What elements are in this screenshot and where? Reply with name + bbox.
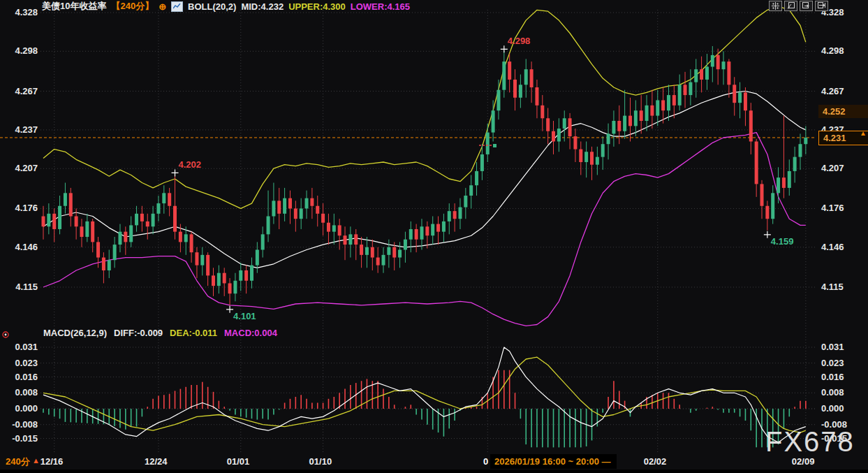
candle-body [85, 221, 89, 237]
candle-body [206, 255, 209, 276]
candle-body [782, 177, 786, 188]
interval-dropdown-icon[interactable]: ▲ [32, 456, 40, 465]
candle-body [152, 214, 155, 226]
candle-body [398, 249, 402, 257]
candle-body [190, 234, 193, 252]
candle-body [387, 247, 390, 255]
main-axis-label-left: 4.237 [0, 125, 38, 135]
macd-axis-label-left: 0.000 [0, 404, 38, 414]
macd-diff-value: DIFF:-0.009 [114, 328, 163, 338]
candle-body [261, 234, 265, 249]
pan-right-button[interactable] [800, 1, 813, 11]
candle-body [146, 221, 149, 226]
indicator-marker-icon[interactable] [1, 330, 10, 339]
candle-body [640, 110, 643, 121]
candle-body [129, 225, 133, 242]
add-indicator-icon[interactable]: ⊕ [159, 1, 166, 12]
fit-view-button[interactable] [784, 1, 797, 11]
candle-body [755, 142, 758, 184]
macd-axis-label-right: 0.016 [821, 372, 844, 382]
boll-mid-value: MID:4.232 [241, 1, 284, 12]
x-axis-date-label: 01/01 [227, 456, 250, 467]
candle-body [634, 110, 638, 126]
candle-body [535, 87, 538, 105]
x-axis-date-label: 12/16 [41, 456, 64, 467]
candle-body [573, 136, 577, 149]
main-axis-label-left: 4.207 [0, 163, 38, 173]
candle-body [184, 234, 188, 242]
candle-body [162, 193, 165, 203]
candle-body [102, 258, 105, 270]
macd-axis-label-right: 0.008 [821, 388, 844, 398]
candle-body [672, 95, 676, 105]
x-axis-date-label: 02/02 [644, 456, 667, 467]
scroll-to-latest-icon[interactable]: ▲ [860, 129, 867, 137]
candle-body [344, 235, 347, 245]
candle-body [568, 118, 572, 136]
macd-dea-value: DEA:-0.011 [170, 328, 217, 338]
chart-toolbar [769, 1, 828, 11]
candle-body [771, 193, 774, 219]
candle-body [382, 255, 385, 265]
candle-body [694, 69, 698, 82]
candle-body [689, 82, 692, 95]
boll-mid-line [43, 92, 806, 268]
boll-label: BOLL(20,2) [188, 1, 236, 12]
price-extreme-cross-icon [764, 231, 771, 238]
candle-body [321, 214, 325, 223]
main-axis-label-right: 4.146 [821, 242, 844, 252]
candle-body [294, 208, 297, 219]
chart-canvas[interactable] [0, 0, 868, 473]
candle-body [540, 105, 544, 118]
candle-body [448, 211, 451, 221]
candle-body [645, 105, 649, 121]
candle-body [118, 232, 122, 245]
candle-body [744, 92, 747, 110]
candle-body [135, 214, 138, 226]
candle-body [738, 92, 742, 103]
candle-body [788, 171, 791, 188]
candle-body [684, 85, 687, 95]
candle-body [140, 214, 144, 221]
candle-body [108, 260, 111, 270]
macd-header: MACD(26,12,9) DIFF:-0.009 DEA:-0.011 MAC… [43, 328, 277, 338]
move-tool-icon [772, 2, 779, 10]
main-axis-label-left: 4.176 [0, 203, 38, 213]
candle-body [667, 95, 670, 110]
candle-body [376, 258, 380, 265]
candle-body [52, 214, 56, 229]
candle-body [584, 152, 588, 162]
candle-body [228, 283, 232, 293]
price-extreme-label: 4.202 [179, 159, 202, 170]
candle-body [42, 217, 45, 227]
candle-body [656, 100, 659, 115]
candle-body [272, 201, 275, 216]
jump-latest-button[interactable] [815, 1, 828, 11]
main-axis-label-left: 4.298 [0, 46, 38, 56]
candle-body [327, 223, 330, 232]
candle-body [798, 144, 802, 157]
candle-body [502, 61, 506, 90]
candle-body [283, 198, 286, 214]
candle-body [661, 100, 665, 110]
candle-body [173, 206, 177, 232]
candle-body [80, 226, 83, 237]
price-extreme-label: 4.298 [508, 36, 531, 46]
main-axis-label-right: 4.207 [821, 163, 844, 173]
candle-body [425, 226, 429, 235]
macd-axis-label-left: 0.023 [0, 358, 38, 368]
interval-label[interactable]: 240分 [6, 456, 30, 468]
chart-style-icon[interactable] [171, 1, 183, 12]
boll-upper-value: UPPER:4.300 [288, 1, 346, 12]
candle-body [793, 157, 797, 171]
selected-bar-square [493, 144, 496, 147]
candle-body [557, 129, 561, 141]
candle-body [436, 224, 440, 232]
candle-body [628, 116, 632, 126]
candle-body [200, 255, 204, 265]
main-axis-label-left: 4.328 [0, 8, 38, 17]
watermark: FX678 [765, 426, 855, 458]
candle-body [552, 131, 555, 142]
move-tool-button[interactable] [769, 1, 782, 11]
candle-body [58, 206, 61, 229]
